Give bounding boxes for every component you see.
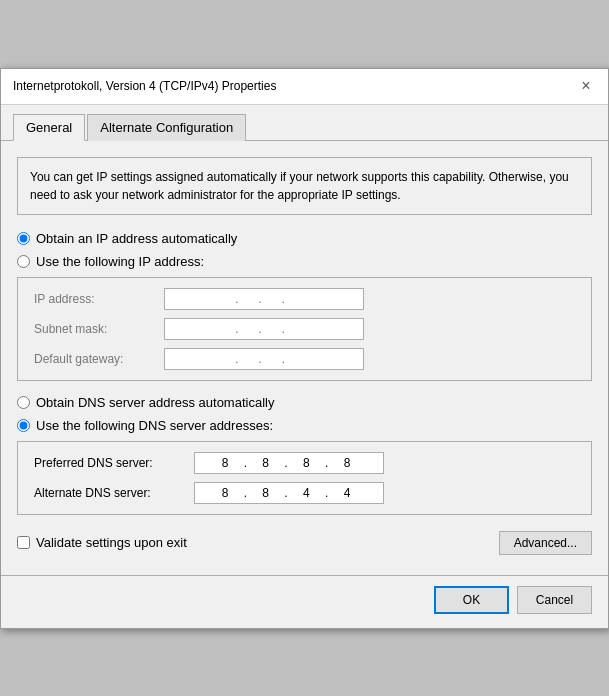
auto-ip-label[interactable]: Obtain an IP address automatically xyxy=(36,231,237,246)
advanced-button[interactable]: Advanced... xyxy=(499,531,592,555)
manual-dns-label[interactable]: Use the following DNS server addresses: xyxy=(36,418,273,433)
ip-address-row: IP address: . . . xyxy=(34,288,575,310)
alternate-dns-input[interactable] xyxy=(194,482,384,504)
preferred-dns-row: Preferred DNS server: xyxy=(34,452,575,474)
tab-general[interactable]: General xyxy=(13,114,85,141)
tab-alternate-config[interactable]: Alternate Configuration xyxy=(87,114,246,141)
subnet-mask-input[interactable]: . . . xyxy=(164,318,364,340)
auto-ip-radio-row: Obtain an IP address automatically xyxy=(17,231,592,246)
alternate-dns-label: Alternate DNS server: xyxy=(34,486,194,500)
default-gateway-row: Default gateway: . . . xyxy=(34,348,575,370)
description-text: You can get IP settings assigned automat… xyxy=(17,157,592,215)
close-button[interactable]: × xyxy=(576,76,596,96)
manual-dns-radio[interactable] xyxy=(17,419,30,432)
tab-bar: General Alternate Configuration xyxy=(1,105,608,141)
cancel-button[interactable]: Cancel xyxy=(517,586,592,614)
title-bar: Internetprotokoll, Version 4 (TCP/IPv4) … xyxy=(1,69,608,105)
dns-fields-box: Preferred DNS server: Alternate DNS serv… xyxy=(17,441,592,515)
ok-button[interactable]: OK xyxy=(434,586,509,614)
subnet-mask-label: Subnet mask: xyxy=(34,322,164,336)
dialog-window: Internetprotokoll, Version 4 (TCP/IPv4) … xyxy=(0,68,609,629)
button-row: OK Cancel xyxy=(1,575,608,628)
subnet-mask-row: Subnet mask: . . . xyxy=(34,318,575,340)
default-gateway-input[interactable]: . . . xyxy=(164,348,364,370)
default-gateway-label: Default gateway: xyxy=(34,352,164,366)
auto-dns-radio-row: Obtain DNS server address automatically xyxy=(17,395,592,410)
preferred-dns-label: Preferred DNS server: xyxy=(34,456,194,470)
manual-ip-radio[interactable] xyxy=(17,255,30,268)
tab-content: You can get IP settings assigned automat… xyxy=(1,141,608,575)
manual-ip-label[interactable]: Use the following IP address: xyxy=(36,254,204,269)
preferred-dns-input[interactable] xyxy=(194,452,384,474)
dns-section: Obtain DNS server address automatically … xyxy=(17,395,592,515)
window-title: Internetprotokoll, Version 4 (TCP/IPv4) … xyxy=(13,79,276,93)
manual-dns-radio-row: Use the following DNS server addresses: xyxy=(17,418,592,433)
validate-checkbox[interactable] xyxy=(17,536,30,549)
alternate-dns-row: Alternate DNS server: xyxy=(34,482,575,504)
auto-ip-radio[interactable] xyxy=(17,232,30,245)
auto-dns-label[interactable]: Obtain DNS server address automatically xyxy=(36,395,274,410)
manual-ip-radio-row: Use the following IP address: xyxy=(17,254,592,269)
ip-address-label: IP address: xyxy=(34,292,164,306)
auto-dns-radio[interactable] xyxy=(17,396,30,409)
ip-fields-box: IP address: . . . Subnet mask: . . . Def… xyxy=(17,277,592,381)
bottom-section: Validate settings upon exit Advanced... xyxy=(17,531,592,559)
ip-section: Obtain an IP address automatically Use t… xyxy=(17,231,592,381)
ip-address-input[interactable]: . . . xyxy=(164,288,364,310)
validate-row: Validate settings upon exit xyxy=(17,535,187,550)
validate-label[interactable]: Validate settings upon exit xyxy=(36,535,187,550)
